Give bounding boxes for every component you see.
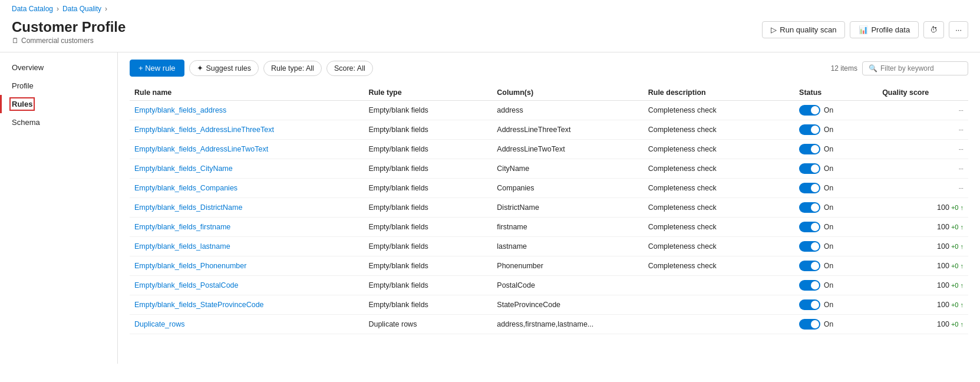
table-row: Empty/blank_fields_address Empty/blank f… <box>130 101 968 120</box>
rule-name-link[interactable]: Empty/blank_fields_Phonenumber <box>134 262 246 270</box>
status-toggle[interactable] <box>799 319 820 330</box>
profile-label: Profile <box>12 81 34 90</box>
quality-delta: +0 ↑ <box>951 204 963 211</box>
status-cell: On <box>794 295 877 315</box>
ellipsis-button[interactable]: ··· <box>949 21 968 38</box>
rule-name-link[interactable]: Empty/blank_fields_DistrictName <box>134 203 242 212</box>
status-label: On <box>824 106 833 114</box>
sidebar-item-overview[interactable]: Overview <box>0 58 117 77</box>
status-toggle[interactable] <box>799 183 820 193</box>
columns-cell: DistrictName <box>492 198 643 218</box>
status-toggle[interactable] <box>799 105 820 116</box>
breadcrumb-data-quality[interactable]: Data Quality <box>62 5 101 13</box>
table-row: Empty/blank_fields_firstname Empty/blank… <box>130 218 968 237</box>
rule-name-link[interactable]: Empty/blank_fields_StateProvinceCode <box>134 301 264 309</box>
rule-name-link[interactable]: Duplicate_rows <box>134 320 184 328</box>
status-label: On <box>824 164 833 173</box>
status-cell: On <box>794 218 877 237</box>
rule-name-link[interactable]: Empty/blank_fields_lastname <box>134 242 230 251</box>
suggest-rules-button[interactable]: ✦ Suggest rules <box>189 60 259 76</box>
description-cell: Completeness check <box>644 256 794 276</box>
table-row: Empty/blank_fields_CityName Empty/blank … <box>130 159 968 179</box>
ellipsis-icon: ··· <box>955 25 962 34</box>
new-rule-button[interactable]: + New rule <box>130 60 184 77</box>
profile-data-button[interactable]: 📊 Profile data <box>850 21 919 38</box>
columns-cell: address,firstname,lastname... <box>492 315 643 334</box>
sidebar-item-rules[interactable]: Rules <box>0 95 117 113</box>
rules-label: Rules <box>12 100 32 108</box>
quality-score-value: -- <box>959 184 963 192</box>
status-toggle[interactable] <box>799 280 820 291</box>
score-filter-button[interactable]: Score: All <box>326 61 373 76</box>
quality-score-value: 100 <box>937 320 949 328</box>
status-label: On <box>824 223 833 231</box>
rule-name-link[interactable]: Empty/blank_fields_firstname <box>134 223 230 231</box>
columns-cell: Companies <box>492 179 643 198</box>
col-header-rule-name: Rule name <box>130 85 364 101</box>
columns-cell: address <box>492 101 643 120</box>
table-row: Empty/blank_fields_Phonenumber Empty/bla… <box>130 256 968 276</box>
rule-type-filter-button[interactable]: Rule type: All <box>263 61 322 76</box>
quality-score-value: 100 <box>937 223 949 231</box>
col-header-quality-score: Quality score <box>877 85 968 101</box>
table-row: Duplicate_rows Duplicate rows address,fi… <box>130 315 968 334</box>
rule-type-cell: Empty/blank fields <box>364 140 492 159</box>
rule-type-cell: Empty/blank fields <box>364 276 492 295</box>
breadcrumb-data-catalog[interactable]: Data Catalog <box>12 5 53 13</box>
sidebar-item-profile[interactable]: Profile <box>0 77 117 95</box>
columns-cell: Phonenumber <box>492 256 643 276</box>
score-cell: 100+0 ↑ <box>877 237 968 256</box>
rule-name-link[interactable]: Empty/blank_fields_address <box>134 106 226 114</box>
more-options-icon: ⏱ <box>930 25 938 34</box>
status-cell: On <box>794 256 877 276</box>
status-toggle[interactable] <box>799 124 820 135</box>
status-toggle[interactable] <box>799 163 820 174</box>
status-toggle[interactable] <box>799 261 820 271</box>
description-cell: Completeness check <box>644 218 794 237</box>
rule-name-link[interactable]: Empty/blank_fields_PostalCode <box>134 281 239 289</box>
breadcrumb-sep1: › <box>57 5 59 13</box>
rule-type-cell: Empty/blank fields <box>364 256 492 276</box>
status-label: On <box>824 126 833 134</box>
rule-type-cell: Empty/blank fields <box>364 198 492 218</box>
table-row: Empty/blank_fields_AddressLineThreeText … <box>130 120 968 140</box>
rule-type-cell: Empty/blank fields <box>364 237 492 256</box>
table-row: Empty/blank_fields_Companies Empty/blank… <box>130 179 968 198</box>
quality-score-value: 100 <box>937 301 949 309</box>
status-toggle[interactable] <box>799 202 820 213</box>
rule-name-link[interactable]: Empty/blank_fields_CityName <box>134 164 233 173</box>
status-label: On <box>824 281 833 289</box>
rule-name-link[interactable]: Empty/blank_fields_Companies <box>134 184 237 192</box>
rule-name-link[interactable]: Empty/blank_fields_AddressLineTwoText <box>134 145 268 153</box>
columns-cell: StateProvinceCode <box>492 295 643 315</box>
rule-type-cell: Empty/blank fields <box>364 218 492 237</box>
quality-score-value: 100 <box>937 203 949 212</box>
col-header-rule-type: Rule type <box>364 85 492 101</box>
score-cell: 100+0 ↑ <box>877 295 968 315</box>
status-toggle[interactable] <box>799 241 820 252</box>
run-quality-scan-button[interactable]: ▷ Run quality scan <box>762 21 845 38</box>
rule-name-link[interactable]: Empty/blank_fields_AddressLineThreeText <box>134 126 274 134</box>
page-subtitle: 🗒 Commercial customers <box>12 37 126 45</box>
col-header-status: Status <box>794 85 877 101</box>
quality-delta: +0 ↑ <box>951 301 963 308</box>
run-scan-icon: ▷ <box>771 25 777 34</box>
description-cell <box>644 276 794 295</box>
schema-label: Schema <box>12 118 40 127</box>
quality-score-value: -- <box>959 145 963 153</box>
status-toggle[interactable] <box>799 222 820 232</box>
filter-keyword-input[interactable] <box>880 64 963 73</box>
quality-delta: +0 ↑ <box>951 223 963 230</box>
col-header-description: Rule description <box>644 85 794 101</box>
columns-cell: firstname <box>492 218 643 237</box>
description-cell <box>644 295 794 315</box>
more-options-button[interactable]: ⏱ <box>923 21 944 38</box>
description-cell: Completeness check <box>644 140 794 159</box>
quality-score-value: 100 <box>937 242 949 251</box>
status-toggle[interactable] <box>799 299 820 310</box>
subtitle-icon: 🗒 <box>12 37 19 45</box>
breadcrumb-sep2: › <box>105 5 107 13</box>
quality-delta: +0 ↑ <box>951 321 963 328</box>
status-toggle[interactable] <box>799 144 820 154</box>
sidebar-item-schema[interactable]: Schema <box>0 113 117 131</box>
